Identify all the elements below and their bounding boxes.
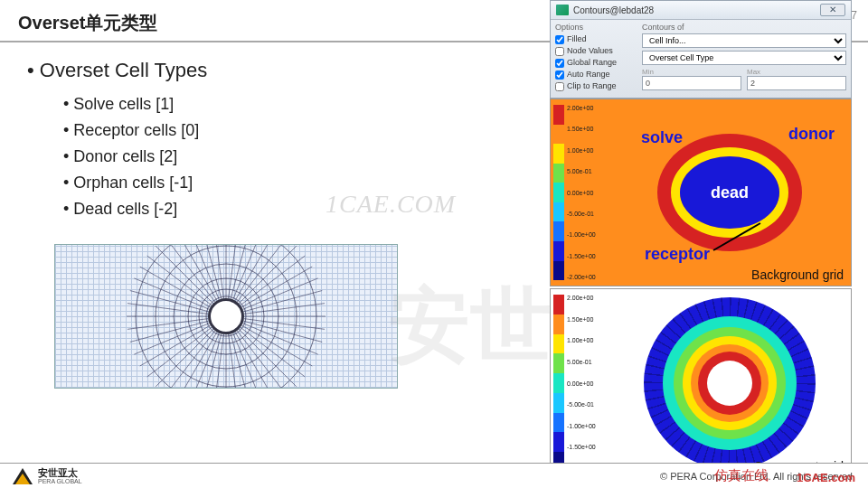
minmax-row: Min Max bbox=[642, 68, 846, 93]
list-item: Receptor cells [0] bbox=[63, 121, 533, 140]
svg-line-21 bbox=[188, 333, 219, 389]
color-legend: 2.00e+001.50e+001.00e+005.00e-010.00e+00… bbox=[553, 295, 604, 472]
svg-line-53 bbox=[244, 304, 325, 314]
color-legend: 2.00e+001.50e+001.00e+005.00e-010.00e+00… bbox=[553, 105, 604, 280]
dialog-body: Options Filled Node Values Global Range … bbox=[551, 20, 851, 98]
svg-line-10 bbox=[241, 325, 312, 366]
svg-line-37 bbox=[165, 244, 215, 302]
list-item: Solve cells [1] bbox=[63, 95, 533, 114]
ring-hole bbox=[707, 361, 752, 406]
contours-of-label: Contours of bbox=[642, 23, 846, 32]
svg-line-15 bbox=[233, 333, 264, 389]
svg-line-9 bbox=[242, 324, 317, 354]
section-heading: Overset Cell Types bbox=[27, 59, 533, 82]
list-item: Dead cells [-2] bbox=[63, 200, 533, 219]
solve-label: solve bbox=[641, 128, 683, 147]
svg-line-12 bbox=[239, 329, 297, 387]
svg-line-51 bbox=[242, 278, 317, 309]
auto-range-checkbox[interactable]: Auto Range bbox=[555, 69, 637, 80]
dialog-titlebar: Contours@lebdat28 ✕ bbox=[551, 1, 851, 20]
svg-line-34 bbox=[140, 267, 211, 307]
max-input[interactable] bbox=[747, 76, 846, 90]
options-column: Options Filled Node Values Global Range … bbox=[555, 23, 637, 93]
contours-dialog: Contours@lebdat28 ✕ Options Filled Node … bbox=[550, 0, 852, 99]
svg-line-33 bbox=[134, 278, 209, 309]
svg-line-47 bbox=[237, 244, 287, 302]
company-logo: 安世亚太 PERA GLOBAL bbox=[13, 468, 82, 484]
watermark-footer-cn: 仿真在线 bbox=[714, 467, 769, 484]
mesh-diagram bbox=[54, 244, 398, 389]
watermark-footer-url: 1CAE.com bbox=[797, 471, 855, 484]
max-label: Max bbox=[747, 68, 846, 76]
global-range-checkbox[interactable]: Global Range bbox=[555, 57, 637, 69]
watermark-url: 1CAE.COM bbox=[326, 190, 456, 219]
right-column: Contours@lebdat28 ✕ Options Filled Node … bbox=[550, 0, 852, 478]
svg-line-13 bbox=[237, 331, 287, 389]
mesh-hole bbox=[208, 298, 244, 334]
variable-select-1[interactable]: Cell Info... bbox=[642, 33, 846, 48]
options-label: Options bbox=[555, 23, 637, 32]
donor-label: donor bbox=[788, 125, 835, 144]
receptor-label: receptor bbox=[645, 245, 710, 264]
svg-line-29 bbox=[127, 319, 208, 330]
min-input[interactable] bbox=[642, 76, 741, 90]
watermark-logo: 安世 bbox=[389, 271, 552, 381]
min-label: Min bbox=[642, 68, 741, 76]
bullet-list: Solve cells [1] Receptor cells [0] Donor… bbox=[27, 95, 533, 219]
dead-label: dead bbox=[711, 183, 749, 202]
filled-checkbox[interactable]: Filled bbox=[555, 33, 637, 45]
svg-line-7 bbox=[244, 319, 325, 330]
svg-line-36 bbox=[156, 246, 213, 304]
svg-line-45 bbox=[233, 244, 264, 300]
dialog-title-text: Contours@lebdat28 bbox=[573, 5, 654, 15]
svg-line-50 bbox=[241, 267, 312, 307]
logo-cn: 安世亚太 bbox=[38, 468, 82, 478]
dialog-icon bbox=[556, 5, 569, 15]
svg-line-48 bbox=[239, 246, 297, 304]
background-plot: solve donor dead receptor bbox=[614, 103, 845, 282]
background-grid-contour: 2.00e+001.50e+001.00e+005.00e-010.00e+00… bbox=[550, 99, 852, 286]
variable-select-2[interactable]: Overset Cell Type bbox=[642, 51, 846, 65]
svg-line-24 bbox=[156, 329, 213, 387]
bg-caption: Background grid bbox=[751, 267, 844, 282]
svg-line-26 bbox=[140, 325, 211, 366]
svg-line-23 bbox=[165, 331, 215, 389]
component-plot bbox=[614, 295, 845, 472]
svg-line-39 bbox=[188, 244, 219, 300]
close-icon[interactable]: ✕ bbox=[820, 4, 845, 16]
logo-text: 安世亚太 PERA GLOBAL bbox=[38, 468, 82, 484]
logo-icon bbox=[13, 468, 33, 484]
svg-line-31 bbox=[127, 304, 208, 314]
logo-en: PERA GLOBAL bbox=[38, 478, 82, 484]
component-grid-contour: 2.00e+001.50e+001.00e+005.00e-010.00e+00… bbox=[550, 288, 852, 478]
list-item: Orphan cells [-1] bbox=[63, 174, 533, 192]
svg-line-27 bbox=[134, 324, 209, 354]
list-item: Donor cells [2] bbox=[63, 147, 533, 166]
clip-checkbox[interactable]: Clip to Range bbox=[555, 80, 637, 92]
contours-column: Contours of Cell Info... Overset Cell Ty… bbox=[642, 23, 846, 93]
page-number: 7 bbox=[851, 9, 857, 22]
node-values-checkbox[interactable]: Node Values bbox=[555, 45, 637, 57]
